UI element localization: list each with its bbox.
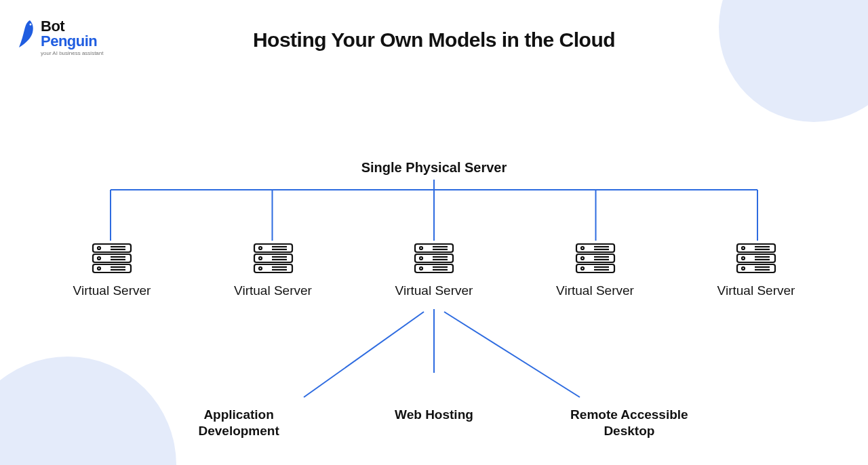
root-node-label: Single Physical Server xyxy=(0,160,868,176)
server-icon xyxy=(575,243,616,274)
virtual-server-node: Virtual Server xyxy=(390,243,478,298)
svg-rect-12 xyxy=(93,254,131,262)
svg-rect-59 xyxy=(737,244,775,252)
virtual-servers-row: Virtual Server Virtual Server Virtual Se… xyxy=(0,243,868,298)
svg-point-62 xyxy=(742,247,745,249)
svg-rect-35 xyxy=(415,244,453,252)
svg-rect-24 xyxy=(254,254,292,262)
virtual-server-node: Virtual Server xyxy=(229,243,317,298)
server-icon xyxy=(92,243,132,274)
virtual-server-node: Virtual Server xyxy=(551,243,639,298)
decorative-circle-top xyxy=(719,0,868,122)
server-icon xyxy=(253,243,294,274)
svg-point-28 xyxy=(259,267,262,270)
server-label: Virtual Server xyxy=(395,283,473,298)
virtual-server-node: Virtual Server xyxy=(712,243,800,298)
svg-rect-47 xyxy=(576,244,614,252)
page-title: Hosting Your Own Models in the Cloud xyxy=(0,28,868,52)
svg-point-40 xyxy=(420,267,422,270)
svg-rect-11 xyxy=(93,244,131,252)
logo-tagline: your AI business assistant xyxy=(41,51,104,56)
svg-rect-61 xyxy=(737,264,775,272)
svg-rect-60 xyxy=(737,254,775,262)
svg-point-64 xyxy=(742,267,745,270)
server-label: Virtual Server xyxy=(717,283,795,298)
svg-point-26 xyxy=(259,247,262,249)
svg-rect-37 xyxy=(415,264,453,272)
svg-rect-48 xyxy=(576,254,614,262)
svg-point-16 xyxy=(98,267,100,270)
server-label: Virtual Server xyxy=(234,283,312,298)
svg-point-63 xyxy=(742,257,745,260)
svg-line-9 xyxy=(304,312,424,397)
svg-point-50 xyxy=(581,247,584,249)
svg-rect-13 xyxy=(93,264,131,272)
svg-point-39 xyxy=(420,257,422,260)
svg-rect-23 xyxy=(254,244,292,252)
svg-point-14 xyxy=(98,247,100,249)
svg-rect-49 xyxy=(576,264,614,272)
server-label: Virtual Server xyxy=(556,283,634,298)
use-cases-row: Application Development Web Hosting Remo… xyxy=(0,407,868,439)
virtual-server-node: Virtual Server xyxy=(68,243,156,298)
svg-point-51 xyxy=(581,257,584,260)
svg-point-38 xyxy=(420,247,422,249)
svg-rect-36 xyxy=(415,254,453,262)
server-icon xyxy=(736,243,776,274)
use-case-web-hosting: Web Hosting xyxy=(395,407,473,439)
server-icon xyxy=(414,243,454,274)
svg-point-52 xyxy=(581,267,584,270)
svg-point-15 xyxy=(98,257,100,260)
use-case-remote-desktop: Remote Accessible Desktop xyxy=(561,407,697,439)
svg-line-10 xyxy=(444,312,580,397)
svg-rect-25 xyxy=(254,264,292,272)
svg-point-27 xyxy=(259,257,262,260)
svg-point-0 xyxy=(30,24,32,26)
use-case-app-dev: Application Development xyxy=(171,407,307,439)
server-label: Virtual Server xyxy=(73,283,151,298)
